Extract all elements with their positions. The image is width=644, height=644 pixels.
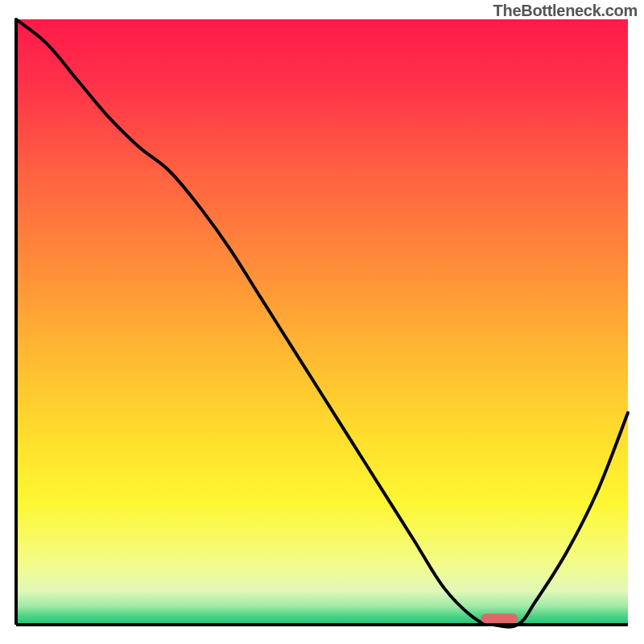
watermark-text: TheBottleneck.com [493, 2, 638, 20]
plot-background [16, 19, 628, 625]
bottleneck-chart [0, 0, 644, 644]
optimal-marker [481, 613, 518, 623]
